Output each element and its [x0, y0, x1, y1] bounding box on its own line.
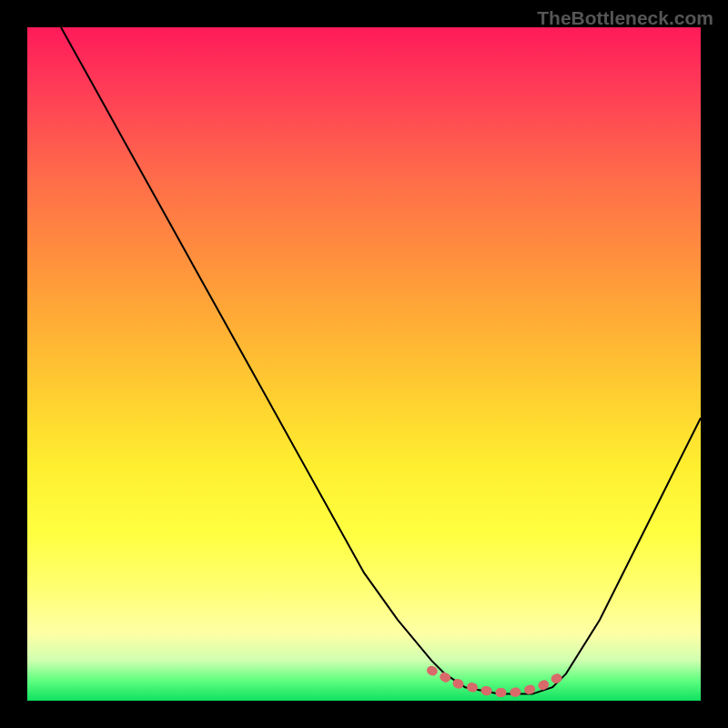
watermark-label: TheBottleneck.com — [537, 7, 713, 29]
plot-area — [27, 27, 701, 701]
chart-container: TheBottleneck.com — [0, 0, 728, 728]
curve-svg — [27, 27, 701, 701]
bottleneck-curve — [61, 27, 701, 694]
